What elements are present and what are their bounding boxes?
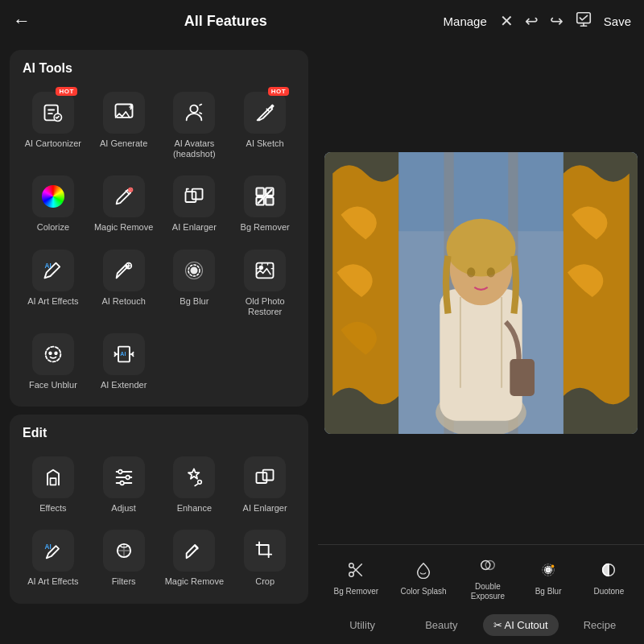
svg-point-18 — [260, 266, 263, 269]
svg-point-42 — [447, 219, 516, 277]
svg-point-19 — [46, 347, 61, 362]
tool-label: Filters — [112, 576, 136, 587]
svg-point-28 — [198, 481, 202, 485]
colorize-icon — [32, 175, 74, 217]
tool-face-unblur[interactable]: Face Unblur — [19, 328, 87, 395]
left-panel: AI Tools HOT AI Cartoonizer AI Generate — [0, 42, 318, 644]
ai-tools-title: AI Tools — [19, 61, 299, 76]
ai-cartoonizer-icon: HOT — [32, 92, 74, 134]
quick-tool-bg-remover[interactable]: Bg Remover — [329, 558, 384, 600]
tool-label: Adjust — [111, 503, 136, 514]
tool-ai-generate[interactable]: AI Generate — [90, 87, 158, 164]
undo-button[interactable]: ↩ — [525, 11, 539, 31]
tool-adjust[interactable]: Adjust — [90, 452, 158, 518]
svg-rect-40 — [440, 289, 522, 421]
tab-beauty[interactable]: Beauty — [403, 614, 479, 636]
tool-label: Bg Blur — [180, 296, 208, 307]
tool-label: AI Cartoonizer — [25, 138, 81, 149]
tool-label: Enhance — [177, 503, 212, 514]
tool-ai-sketch[interactable]: HOT AI Sketch — [231, 87, 299, 164]
tool-colorize[interactable]: Colorize — [19, 171, 87, 237]
quick-tool-label: Bg Remover — [334, 587, 379, 597]
ai-art-effects-icon: AI — [32, 250, 74, 291]
quick-tool-duotone[interactable]: Duotone — [584, 558, 633, 600]
svg-rect-29 — [257, 473, 267, 483]
scissors-icon — [347, 561, 365, 584]
save-button[interactable]: Save — [604, 14, 631, 28]
tool-label: AI Enlarger — [243, 503, 287, 514]
ai-avatars-icon — [173, 92, 215, 134]
svg-rect-0 — [577, 12, 591, 23]
page-title: All Features — [8, 13, 444, 30]
tab-utility[interactable]: Utility — [324, 614, 400, 636]
tool-bg-blur[interactable]: Bg Blur — [161, 245, 229, 322]
tab-ai-cutout[interactable]: ✂ AI Cutout — [483, 614, 559, 636]
svg-point-50 — [546, 568, 551, 572]
right-panel: Bg Remover Color Splash DoubleExposure — [318, 42, 644, 644]
tool-ai-art-effects[interactable]: AI AI Art Effects — [19, 245, 87, 322]
tool-label: Face Unblur — [29, 380, 77, 390]
tool-old-photo-restorer[interactable]: Old Photo Restorer — [231, 245, 299, 322]
quick-tool-bg-blur[interactable]: Bg Blur — [524, 558, 572, 600]
quick-tool-label: Bg Blur — [535, 587, 562, 597]
edit-section: Edit Effects Adjust — [10, 415, 308, 603]
ai-generate-icon — [103, 92, 145, 134]
tool-bg-remover[interactable]: Bg Remover — [231, 171, 299, 237]
manage-button[interactable]: Manage — [444, 14, 487, 28]
tool-ai-extender[interactable]: AI AI Extender — [90, 328, 158, 395]
tool-enhance[interactable]: Enhance — [161, 452, 229, 518]
export-button[interactable] — [575, 10, 592, 32]
quick-tool-double-exposure[interactable]: DoubleExposure — [464, 553, 512, 605]
tool-label: AI Extender — [101, 380, 147, 390]
adjust-icon — [103, 456, 145, 498]
ai-retouch-icon — [103, 250, 145, 291]
duotone-icon — [600, 561, 617, 584]
quick-tools: Bg Remover Color Splash DoubleExposure — [318, 545, 644, 609]
tool-label: AI Enlarger — [172, 222, 217, 233]
svg-rect-45 — [510, 359, 535, 396]
svg-point-4 — [191, 105, 198, 113]
tool-label: AI Sketch — [246, 138, 284, 149]
svg-rect-8 — [257, 188, 264, 196]
quick-tool-label: Color Splash — [400, 587, 446, 597]
tool-label: AI Retouch — [101, 296, 145, 307]
tool-effects[interactable]: Effects — [19, 452, 87, 518]
old-photo-icon — [244, 250, 286, 291]
crop-icon — [244, 530, 286, 572]
tab-recipe[interactable]: Recipe — [562, 614, 638, 636]
tool-label: Old Photo Restorer — [233, 296, 297, 317]
tool-ai-enlarger-edit[interactable]: AI Enlarger — [231, 452, 299, 518]
tool-magic-remove[interactable]: Magic Remove — [90, 171, 158, 237]
colorize-circle — [42, 185, 64, 208]
tool-crop[interactable]: Crop — [231, 525, 299, 592]
main-content: AI Tools HOT AI Cartoonizer AI Generate — [0, 42, 644, 644]
svg-text:AI: AI — [44, 543, 51, 551]
svg-rect-30 — [263, 470, 274, 481]
bg-blur-q-icon — [539, 561, 557, 584]
close-button[interactable]: ✕ — [500, 11, 514, 31]
quick-tool-color-splash[interactable]: Color Splash — [395, 558, 451, 600]
svg-point-43 — [467, 267, 475, 277]
tool-magic-remove-edit[interactable]: Magic Remove — [161, 525, 229, 592]
tool-label: AI Avatars(headshot) — [173, 138, 216, 159]
tool-ai-art-effects-edit[interactable]: AI AI Art Effects — [19, 525, 87, 592]
redo-button[interactable]: ↪ — [550, 11, 564, 31]
edit-title: Edit — [19, 426, 299, 440]
svg-point-20 — [49, 353, 51, 354]
tool-ai-retouch[interactable]: AI Retouch — [90, 245, 158, 322]
svg-point-53 — [551, 565, 555, 568]
tool-filters[interactable]: Filters — [90, 525, 158, 592]
effects-icon — [32, 456, 74, 498]
magic-remove-icon — [103, 175, 145, 217]
tool-ai-avatars[interactable]: AI Avatars(headshot) — [161, 87, 229, 164]
bg-blur-icon — [173, 250, 215, 291]
header-actions: ✕ ↩ ↪ Save — [500, 10, 631, 32]
tool-ai-cartoonizer[interactable]: HOT AI Cartoonizer — [19, 87, 87, 164]
tool-ai-enlarger[interactable]: AI Enlarger — [161, 171, 229, 237]
tool-label: AI Art Effects — [27, 296, 78, 307]
header: ← All Features Manage ✕ ↩ ↪ Save — [0, 0, 644, 42]
edit-tools-grid: Effects Adjust Enhance — [19, 452, 299, 592]
ai-enlarger-edit-icon — [244, 456, 286, 498]
tool-label: AI Art Effects — [27, 576, 78, 587]
tool-label: Bg Remover — [241, 222, 290, 233]
